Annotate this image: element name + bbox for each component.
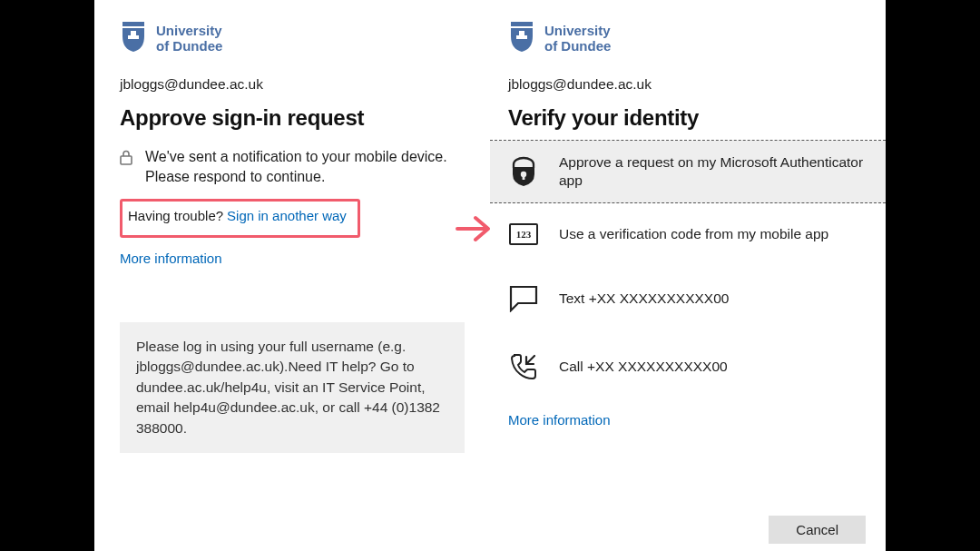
- svg-rect-1: [128, 35, 139, 39]
- logo-text-line2: of Dundee: [544, 38, 611, 54]
- logo-text-line1: University: [156, 23, 222, 38]
- phone-call-icon: [508, 352, 539, 381]
- method-verification-code[interactable]: 123 Use a verification code from my mobi…: [490, 203, 886, 265]
- svg-rect-0: [131, 31, 136, 35]
- username-display: jbloggs@dundee.ac.uk: [508, 76, 867, 93]
- method-label: Call +XX XXXXXXXXXX00: [559, 358, 728, 376]
- shield-icon: [508, 20, 535, 56]
- help-text-box: Please log in using your full username (…: [120, 322, 465, 453]
- method-phone-call[interactable]: Call +XX XXXXXXXXXX00: [490, 332, 886, 401]
- svg-rect-2: [121, 156, 132, 164]
- sign-in-another-way-link[interactable]: Sign in another way: [227, 208, 347, 223]
- page-title: Approve sign-in request: [120, 105, 465, 131]
- arrow-right-icon: [454, 212, 494, 249]
- notice-text: We've sent a notification to your mobile…: [145, 147, 465, 188]
- more-information-link[interactable]: More information: [120, 251, 465, 266]
- logo-text-line1: University: [544, 23, 611, 38]
- right-letterbox: [886, 0, 980, 551]
- method-text-message[interactable]: Text +XX XXXXXXXXXX00: [490, 265, 886, 332]
- svg-text:123: 123: [516, 229, 532, 240]
- left-letterbox: [0, 0, 94, 551]
- svg-rect-6: [523, 175, 525, 180]
- method-authenticator-approve[interactable]: Approve a request on my Microsoft Authen…: [490, 141, 886, 203]
- more-information-link[interactable]: More information: [508, 412, 867, 428]
- approve-signin-panel: University of Dundee jbloggs@dundee.ac.u…: [94, 0, 490, 551]
- username-display: jbloggs@dundee.ac.uk: [120, 76, 465, 93]
- method-label: Use a verification code from my mobile a…: [559, 225, 828, 243]
- code-123-icon: 123: [508, 223, 539, 245]
- verification-methods-list: Approve a request on my Microsoft Authen…: [490, 140, 886, 401]
- method-label: Approve a request on my Microsoft Authen…: [559, 153, 867, 190]
- notification-notice: We've sent a notification to your mobile…: [120, 147, 465, 188]
- svg-rect-4: [516, 35, 527, 39]
- cancel-button[interactable]: Cancel: [769, 516, 866, 544]
- trouble-label: Having trouble?: [128, 208, 223, 223]
- page-title: Verify your identity: [508, 105, 867, 131]
- org-logo: University of Dundee: [508, 20, 867, 56]
- svg-rect-3: [519, 31, 524, 35]
- lock-icon: [120, 150, 132, 188]
- lock-shield-icon: [508, 156, 539, 187]
- logo-text-line2: of Dundee: [156, 38, 222, 54]
- verify-identity-panel: University of Dundee jbloggs@dundee.ac.u…: [490, 0, 886, 551]
- sms-icon: [508, 285, 539, 312]
- highlight-annotation: Having trouble? Sign in another way: [120, 199, 360, 238]
- org-logo: University of Dundee: [120, 20, 465, 56]
- method-label: Text +XX XXXXXXXXXX00: [559, 290, 729, 308]
- shield-icon: [120, 20, 147, 56]
